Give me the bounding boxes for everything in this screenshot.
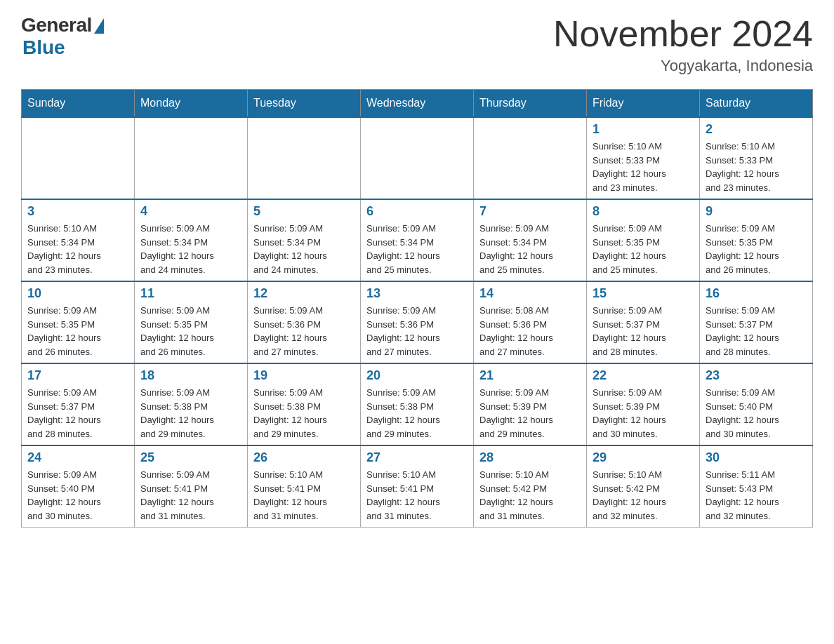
calendar-cell: 21Sunrise: 5:09 AMSunset: 5:39 PMDayligh… xyxy=(474,363,587,445)
calendar-cell: 22Sunrise: 5:09 AMSunset: 5:39 PMDayligh… xyxy=(587,363,700,445)
day-info: Sunrise: 5:09 AMSunset: 5:35 PMDaylight:… xyxy=(27,304,128,358)
day-info: Sunrise: 5:10 AMSunset: 5:33 PMDaylight:… xyxy=(593,140,694,194)
day-info: Sunrise: 5:11 AMSunset: 5:43 PMDaylight:… xyxy=(706,468,807,523)
day-number: 6 xyxy=(366,204,468,219)
calendar-cell: 27Sunrise: 5:10 AMSunset: 5:41 PMDayligh… xyxy=(361,445,474,528)
day-info: Sunrise: 5:10 AMSunset: 5:34 PMDaylight:… xyxy=(27,222,128,276)
day-info: Sunrise: 5:09 AMSunset: 5:34 PMDaylight:… xyxy=(140,222,241,276)
day-info: Sunrise: 5:09 AMSunset: 5:34 PMDaylight:… xyxy=(366,222,468,276)
calendar-cell: 6Sunrise: 5:09 AMSunset: 5:34 PMDaylight… xyxy=(361,199,474,281)
day-number: 15 xyxy=(593,286,694,301)
day-number: 27 xyxy=(366,450,468,465)
day-number: 11 xyxy=(140,286,241,301)
day-number: 5 xyxy=(253,204,355,219)
calendar-cell: 1Sunrise: 5:10 AMSunset: 5:33 PMDaylight… xyxy=(587,117,700,199)
day-number: 28 xyxy=(479,450,581,465)
day-info: Sunrise: 5:09 AMSunset: 5:35 PMDaylight:… xyxy=(593,222,694,276)
week-row-1: 1Sunrise: 5:10 AMSunset: 5:33 PMDaylight… xyxy=(22,117,813,199)
column-header-sunday: Sunday xyxy=(22,90,135,118)
column-header-friday: Friday xyxy=(587,90,700,118)
column-header-wednesday: Wednesday xyxy=(361,90,474,118)
column-header-tuesday: Tuesday xyxy=(248,90,361,118)
day-number: 24 xyxy=(27,450,128,465)
day-info: Sunrise: 5:09 AMSunset: 5:36 PMDaylight:… xyxy=(253,304,355,358)
day-number: 20 xyxy=(366,368,468,383)
day-info: Sunrise: 5:09 AMSunset: 5:36 PMDaylight:… xyxy=(366,304,468,358)
calendar-cell: 12Sunrise: 5:09 AMSunset: 5:36 PMDayligh… xyxy=(248,281,361,363)
calendar-cell: 4Sunrise: 5:09 AMSunset: 5:34 PMDaylight… xyxy=(135,199,248,281)
day-number: 10 xyxy=(27,286,128,301)
calendar-cell: 3Sunrise: 5:10 AMSunset: 5:34 PMDaylight… xyxy=(22,199,135,281)
day-number: 4 xyxy=(140,204,241,219)
column-header-monday: Monday xyxy=(135,90,248,118)
logo-triangle-icon xyxy=(94,18,104,34)
calendar-cell: 8Sunrise: 5:09 AMSunset: 5:35 PMDaylight… xyxy=(587,199,700,281)
header-row: SundayMondayTuesdayWednesdayThursdayFrid… xyxy=(22,90,813,118)
calendar-cell: 2Sunrise: 5:10 AMSunset: 5:33 PMDaylight… xyxy=(700,117,813,199)
calendar-cell: 17Sunrise: 5:09 AMSunset: 5:37 PMDayligh… xyxy=(22,363,135,445)
day-info: Sunrise: 5:10 AMSunset: 5:42 PMDaylight:… xyxy=(593,468,694,523)
calendar-cell: 28Sunrise: 5:10 AMSunset: 5:42 PMDayligh… xyxy=(474,445,587,528)
calendar-cell xyxy=(474,117,587,199)
calendar-cell: 10Sunrise: 5:09 AMSunset: 5:35 PMDayligh… xyxy=(22,281,135,363)
day-number: 23 xyxy=(706,368,807,383)
day-number: 29 xyxy=(593,450,694,465)
day-number: 16 xyxy=(706,286,807,301)
day-number: 8 xyxy=(593,204,694,219)
title-area: November 2024 Yogyakarta, Indonesia xyxy=(553,14,813,75)
day-info: Sunrise: 5:09 AMSunset: 5:35 PMDaylight:… xyxy=(706,222,807,276)
calendar-cell: 13Sunrise: 5:09 AMSunset: 5:36 PMDayligh… xyxy=(361,281,474,363)
day-number: 30 xyxy=(706,450,807,465)
logo-general-text: General xyxy=(21,14,92,36)
day-info: Sunrise: 5:09 AMSunset: 5:38 PMDaylight:… xyxy=(366,386,468,441)
day-number: 21 xyxy=(479,368,581,383)
day-info: Sunrise: 5:09 AMSunset: 5:39 PMDaylight:… xyxy=(479,386,581,441)
calendar-cell: 25Sunrise: 5:09 AMSunset: 5:41 PMDayligh… xyxy=(135,445,248,528)
day-info: Sunrise: 5:09 AMSunset: 5:34 PMDaylight:… xyxy=(479,222,581,276)
day-info: Sunrise: 5:09 AMSunset: 5:34 PMDaylight:… xyxy=(253,222,355,276)
week-row-5: 24Sunrise: 5:09 AMSunset: 5:40 PMDayligh… xyxy=(22,445,813,528)
day-number: 9 xyxy=(706,204,807,219)
day-number: 2 xyxy=(706,122,807,137)
calendar-cell: 11Sunrise: 5:09 AMSunset: 5:35 PMDayligh… xyxy=(135,281,248,363)
calendar-cell: 20Sunrise: 5:09 AMSunset: 5:38 PMDayligh… xyxy=(361,363,474,445)
week-row-4: 17Sunrise: 5:09 AMSunset: 5:37 PMDayligh… xyxy=(22,363,813,445)
week-row-3: 10Sunrise: 5:09 AMSunset: 5:35 PMDayligh… xyxy=(22,281,813,363)
calendar-cell: 30Sunrise: 5:11 AMSunset: 5:43 PMDayligh… xyxy=(700,445,813,528)
calendar-cell: 24Sunrise: 5:09 AMSunset: 5:40 PMDayligh… xyxy=(22,445,135,528)
day-info: Sunrise: 5:09 AMSunset: 5:41 PMDaylight:… xyxy=(140,468,241,523)
calendar-cell: 16Sunrise: 5:09 AMSunset: 5:37 PMDayligh… xyxy=(700,281,813,363)
day-info: Sunrise: 5:09 AMSunset: 5:38 PMDaylight:… xyxy=(253,386,355,441)
calendar-cell: 26Sunrise: 5:10 AMSunset: 5:41 PMDayligh… xyxy=(248,445,361,528)
day-number: 17 xyxy=(27,368,128,383)
calendar-cell: 7Sunrise: 5:09 AMSunset: 5:34 PMDaylight… xyxy=(474,199,587,281)
day-info: Sunrise: 5:10 AMSunset: 5:42 PMDaylight:… xyxy=(479,468,581,523)
calendar-cell: 29Sunrise: 5:10 AMSunset: 5:42 PMDayligh… xyxy=(587,445,700,528)
calendar-cell: 9Sunrise: 5:09 AMSunset: 5:35 PMDaylight… xyxy=(700,199,813,281)
calendar-cell: 5Sunrise: 5:09 AMSunset: 5:34 PMDaylight… xyxy=(248,199,361,281)
day-info: Sunrise: 5:09 AMSunset: 5:35 PMDaylight:… xyxy=(140,304,241,358)
column-header-saturday: Saturday xyxy=(700,90,813,118)
day-number: 26 xyxy=(253,450,355,465)
day-info: Sunrise: 5:09 AMSunset: 5:37 PMDaylight:… xyxy=(593,304,694,358)
calendar-cell xyxy=(135,117,248,199)
calendar-cell: 19Sunrise: 5:09 AMSunset: 5:38 PMDayligh… xyxy=(248,363,361,445)
day-number: 18 xyxy=(140,368,241,383)
calendar-subtitle: Yogyakarta, Indonesia xyxy=(553,57,813,75)
day-info: Sunrise: 5:10 AMSunset: 5:33 PMDaylight:… xyxy=(706,140,807,194)
calendar-cell: 18Sunrise: 5:09 AMSunset: 5:38 PMDayligh… xyxy=(135,363,248,445)
calendar-cell xyxy=(248,117,361,199)
column-header-thursday: Thursday xyxy=(474,90,587,118)
day-number: 1 xyxy=(593,122,694,137)
day-info: Sunrise: 5:09 AMSunset: 5:37 PMDaylight:… xyxy=(27,386,128,441)
calendar-table: SundayMondayTuesdayWednesdayThursdayFrid… xyxy=(21,89,813,528)
day-number: 3 xyxy=(27,204,128,219)
day-number: 12 xyxy=(253,286,355,301)
calendar-cell xyxy=(22,117,135,199)
week-row-2: 3Sunrise: 5:10 AMSunset: 5:34 PMDaylight… xyxy=(22,199,813,281)
day-number: 19 xyxy=(253,368,355,383)
day-info: Sunrise: 5:09 AMSunset: 5:37 PMDaylight:… xyxy=(706,304,807,358)
day-info: Sunrise: 5:10 AMSunset: 5:41 PMDaylight:… xyxy=(366,468,468,523)
calendar-cell xyxy=(361,117,474,199)
day-info: Sunrise: 5:09 AMSunset: 5:38 PMDaylight:… xyxy=(140,386,241,441)
